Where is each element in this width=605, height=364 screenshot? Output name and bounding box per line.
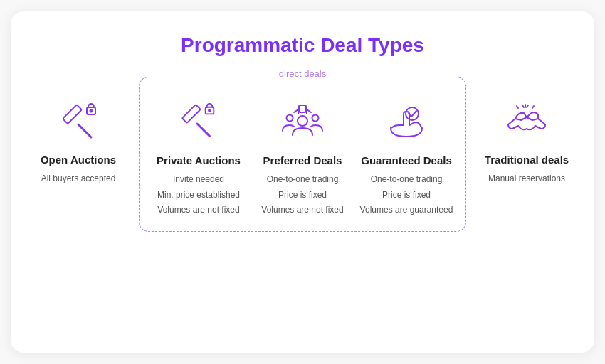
guaranteed-deals-title: Guaranteed Deals <box>361 154 452 166</box>
guaranteed-deals-desc: One-to-one tradingPrice is fixedVolumes … <box>360 172 453 218</box>
svg-rect-0 <box>63 105 82 124</box>
open-auctions-desc: All buyers accepted <box>41 171 116 187</box>
private-auctions-icon <box>174 97 223 147</box>
svg-point-7 <box>209 109 211 112</box>
direct-deals-label: direct deals <box>270 68 335 79</box>
svg-point-10 <box>312 115 319 122</box>
svg-rect-11 <box>299 105 306 112</box>
content-row: Open Auctions All buyers accepted direct… <box>25 77 580 232</box>
open-auctions-title: Open Auctions <box>41 154 116 166</box>
svg-line-15 <box>527 105 528 107</box>
guaranteed-deals-icon <box>382 97 431 147</box>
deal-traditional-deals: Traditional deals Manual reservations <box>473 77 580 187</box>
svg-line-5 <box>197 124 209 136</box>
deal-private-auctions: Private Auctions Invite neededMin. price… <box>149 97 248 218</box>
preferred-deals-desc: One-to-one tradingPrice is fixedVolumes … <box>261 172 343 218</box>
open-auctions-icon <box>53 97 103 146</box>
private-auctions-title: Private Auctions <box>157 154 241 166</box>
deal-preferred-deals: Preferred Deals One-to-one tradingPrice … <box>253 97 352 218</box>
preferred-deals-title: Preferred Deals <box>263 154 342 166</box>
svg-line-17 <box>532 106 534 108</box>
svg-point-3 <box>90 110 93 112</box>
svg-point-9 <box>287 115 293 122</box>
svg-point-12 <box>406 107 419 120</box>
private-auctions-desc: Invite neededMin. price establishedVolum… <box>157 172 240 218</box>
page-title: Programmatic Deal Types <box>181 34 424 57</box>
preferred-deals-icon <box>278 97 327 147</box>
traditional-deals-desc: Manual reservations <box>488 171 565 187</box>
svg-line-14 <box>522 105 524 107</box>
deal-guaranteed-deals: Guaranteed Deals One-to-one tradingPrice… <box>357 97 456 218</box>
traditional-deals-title: Traditional deals <box>485 154 569 166</box>
traditional-deals-icon <box>502 97 552 146</box>
svg-rect-4 <box>182 105 201 123</box>
main-card: Programmatic Deal Types <box>11 11 594 353</box>
svg-line-1 <box>78 124 91 137</box>
svg-point-8 <box>298 116 307 126</box>
svg-line-16 <box>517 106 518 108</box>
deal-open-auctions: Open Auctions All buyers accepted <box>25 77 132 187</box>
direct-deals-box: direct deals Private Auctions <box>139 77 466 232</box>
